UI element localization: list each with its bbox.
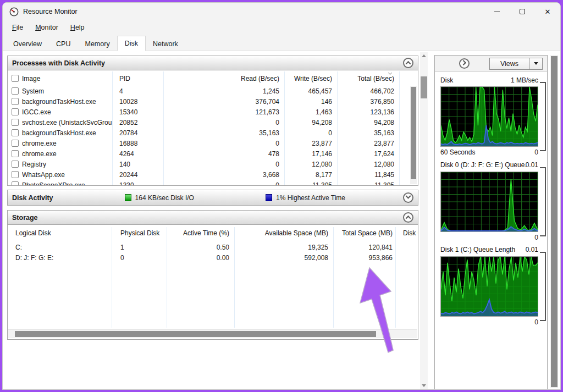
process-image: chrome.exe: [22, 148, 112, 159]
graphs-scrollbar-thumb[interactable]: [551, 56, 558, 387]
row-checkbox[interactable]: [12, 129, 19, 136]
process-row[interactable]: chrome.exe 16888 0 23,877 23,877: [8, 138, 418, 148]
row-checkbox[interactable]: [12, 140, 19, 147]
disk1-queue-title: Disk 1 (C:) Queue Length: [440, 246, 526, 253]
row-checkbox[interactable]: [12, 181, 19, 186]
storage-scrollbar-thumb[interactable]: [15, 331, 376, 337]
process-write: 465,457: [284, 86, 337, 96]
process-pid: 10028: [112, 96, 163, 107]
process-image: backgroundTaskHost.exe: [22, 128, 112, 138]
menu-item-help[interactable]: Help: [66, 22, 89, 33]
row-checkbox[interactable]: [12, 119, 19, 126]
tab-memory[interactable]: Memory: [78, 37, 117, 51]
menu-item-monitor[interactable]: Monitor: [31, 22, 63, 33]
disk0-queue-labels: Disk 0 (D: J: F: G: E:) Queue... 0.01: [440, 161, 538, 169]
views-dropdown-button[interactable]: [529, 58, 542, 69]
views-button[interactable]: Views: [489, 58, 543, 70]
views-button-label[interactable]: Views: [490, 58, 529, 69]
process-read: 3,668: [163, 169, 284, 180]
main-scrollbar-thumb[interactable]: [421, 76, 427, 98]
process-row[interactable]: chrome.exe 4264 478 17,146 17,624: [8, 148, 418, 159]
column-header-available-space[interactable]: Available Space (MB): [234, 225, 333, 240]
disk-graph-labels: Disk 1 MB/sec: [440, 76, 538, 84]
disk-io-legend-icon: [125, 194, 131, 201]
active-time: 0.50: [167, 242, 234, 252]
column-header-physical-disk[interactable]: Physical Disk: [112, 225, 167, 240]
tab-disk[interactable]: Disk: [117, 36, 146, 51]
process-total: 94,208: [337, 117, 399, 128]
process-row[interactable]: svchost.exe (UnistackSvcGroup) 20852 0 9…: [8, 117, 418, 128]
process-read: 121,673: [163, 107, 284, 117]
process-write: 94,208: [284, 117, 337, 128]
column-header-total-space[interactable]: Total Space (MB): [333, 225, 395, 240]
disk0-queue-zero: 0: [534, 234, 538, 241]
column-header-write[interactable]: Write (B/sec): [284, 71, 337, 86]
row-checkbox[interactable]: [12, 87, 19, 95]
processes-scrollbar-thumb[interactable]: [411, 87, 416, 179]
column-header-active-time[interactable]: Active Time (%): [167, 225, 234, 240]
main-vertical-scrollbar[interactable]: [420, 52, 428, 389]
storage-horizontal-scrollbar[interactable]: [8, 329, 417, 338]
time-axis-label: 60 Seconds: [440, 148, 534, 156]
logical-disk: C:: [15, 242, 112, 252]
collapse-storage-button[interactable]: [403, 212, 413, 223]
process-row[interactable]: System 4 1,245 465,457 466,702: [8, 86, 418, 96]
column-header-read[interactable]: Read (B/sec): [163, 71, 284, 86]
storage-row[interactable]: D: J: F: G: E: 0 0.00 592,008 953,866: [8, 252, 418, 263]
storage-column-headers: Logical Disk Physical Disk Active Time (…: [8, 225, 418, 240]
graphs-vertical-scrollbar[interactable]: [550, 55, 558, 388]
process-image: System: [22, 86, 112, 96]
tab-cpu[interactable]: CPU: [49, 37, 78, 51]
row-checkbox[interactable]: [12, 150, 19, 157]
expand-disk-activity-button[interactable]: [403, 192, 413, 203]
logical-disk: D: J: F: G: E:: [15, 252, 112, 263]
processes-panel: Processes with Disk Activity Image PID R…: [7, 56, 418, 186]
process-image: IGCC.exe: [22, 107, 112, 117]
active-time: 0.00: [167, 252, 234, 263]
process-row[interactable]: backgroundTaskHost.exe 20784 35,163 0 35…: [8, 128, 418, 138]
disk-graph: [440, 86, 538, 147]
process-image: svchost.exe (UnistackSvcGroup): [22, 117, 112, 128]
maximize-button[interactable]: [510, 3, 535, 20]
process-row[interactable]: Registry 140 0 12,080 12,080: [8, 159, 418, 169]
processes-scrollbar[interactable]: [410, 86, 417, 184]
process-read: 0: [163, 180, 284, 185]
menu-bar: FileMonitorHelp: [3, 20, 560, 35]
scroll-down-icon[interactable]: [422, 384, 426, 387]
tab-network[interactable]: Network: [146, 37, 185, 51]
close-button[interactable]: ✕: [535, 3, 560, 20]
storage-row[interactable]: C: 1 0.50 19,325 120,841: [8, 242, 418, 252]
process-pid: 140: [112, 159, 163, 169]
select-all-checkbox[interactable]: [12, 75, 19, 82]
process-read: 1,245: [163, 86, 284, 96]
process-write: 8,177: [284, 169, 337, 180]
process-read: 35,163: [163, 128, 284, 138]
process-read: 376,704: [163, 96, 284, 107]
storage-panel-title: Storage: [12, 214, 38, 222]
tab-overview[interactable]: Overview: [6, 37, 49, 51]
collapse-processes-button[interactable]: [403, 58, 413, 68]
process-row[interactable]: IGCC.exe 15340 121,673 1,463 123,136: [8, 107, 418, 117]
column-header-logical-disk[interactable]: Logical Disk: [15, 225, 112, 240]
process-row[interactable]: WhatsApp.exe 20244 3,668 8,177 11,845: [8, 169, 418, 180]
active-time-legend-icon: [266, 194, 272, 201]
row-checkbox[interactable]: [12, 171, 19, 178]
column-header-image[interactable]: Image: [22, 71, 112, 86]
disk-activity-section: Disk Activity 164 KB/sec Disk I/O 1% Hig…: [7, 190, 418, 206]
scroll-up-icon[interactable]: [422, 54, 426, 57]
column-header-pid[interactable]: PID: [112, 71, 163, 86]
row-checkbox[interactable]: [12, 161, 19, 168]
disk-graph-title: Disk: [440, 76, 511, 84]
row-checkbox[interactable]: [12, 108, 19, 115]
column-header-disk-queue[interactable]: Disk Q: [395, 225, 418, 240]
collapse-graphs-button[interactable]: [459, 58, 470, 69]
menu-item-file[interactable]: File: [8, 22, 27, 33]
process-row[interactable]: PhotoScapeXPro.exe 1330 0 11,305 11,305: [8, 180, 418, 185]
row-checkbox[interactable]: [12, 98, 19, 105]
disk0-queue-scale: 0.01: [526, 161, 538, 169]
minimize-button[interactable]: [484, 3, 510, 20]
maximize-icon: [520, 9, 525, 14]
process-row[interactable]: backgroundTaskHost.exe 10028 376,704 146…: [8, 96, 418, 107]
disk0-queue-graph: [440, 172, 538, 232]
process-image: PhotoScapeXPro.exe: [22, 180, 112, 185]
